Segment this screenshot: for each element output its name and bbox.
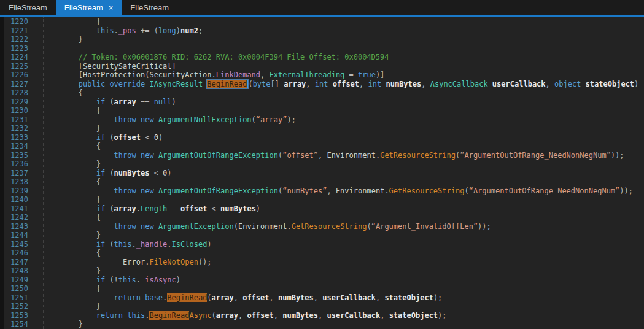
tab-bar: FileStreamFileStream×FileStream	[0, 0, 644, 17]
tab-filestream-1[interactable]: FileStream×	[56, 0, 122, 15]
line-number: 1238	[0, 177, 28, 187]
code-text: throw new ArgumentException(Environment.…	[28, 222, 644, 231]
code-text: }	[28, 320, 644, 329]
code-line[interactable]: 1230 {	[0, 106, 644, 115]
line-number: 1226	[0, 71, 28, 80]
line-number: 1246	[0, 249, 28, 258]
code-text: throw new ArgumentOutOfRangeException(“n…	[28, 187, 644, 196]
code-text: return this.BeginReadAsync(array, offset…	[28, 311, 644, 320]
code-text: if (!this._isAsync)	[28, 276, 644, 285]
line-number: 1244	[0, 231, 28, 240]
line-number: 1252	[0, 302, 28, 311]
line-number: 1245	[0, 240, 28, 249]
line-number: 1228	[0, 88, 28, 98]
line-number: 1239	[0, 187, 28, 196]
line-number: 1237	[0, 169, 28, 178]
line-number: 1253	[0, 311, 28, 320]
code-line[interactable]: 1231 throw new ArgumentNullException(“ar…	[0, 115, 644, 125]
close-icon[interactable]: ×	[109, 4, 114, 12]
search-highlight[interactable]: BeginRead	[167, 293, 207, 302]
line-number: 1249	[0, 276, 28, 285]
code-text: }	[28, 124, 644, 133]
code-line[interactable]: 1241 if (array.Length - offset < numByte…	[0, 204, 644, 214]
tab-filestream-2[interactable]: FileStream	[122, 0, 177, 15]
line-number: 1242	[0, 213, 28, 222]
line-number: 1254	[0, 320, 28, 329]
code-text: if (array.Length - offset < numBytes)	[28, 204, 644, 214]
line-number: 1232	[0, 124, 28, 133]
code-text: {	[28, 177, 644, 187]
code-text: }	[28, 195, 644, 204]
code-text: }	[28, 231, 644, 240]
code-line[interactable]: 1252 }	[0, 302, 644, 311]
code-line[interactable]: 1242 {	[0, 213, 644, 222]
search-highlight[interactable]: BeginRead	[149, 311, 189, 320]
code-text: }	[28, 302, 644, 311]
code-text: {	[28, 249, 644, 258]
line-number: 1250	[0, 284, 28, 293]
search-highlight-caret[interactable]: BeginRead	[207, 80, 248, 88]
code-line[interactable]: 1232 }	[0, 124, 644, 133]
code-line[interactable]: 1238 {	[0, 177, 644, 187]
code-line[interactable]: 1220 }	[0, 17, 644, 26]
code-line[interactable]: 1228 {	[0, 88, 644, 98]
line-number: 1233	[0, 133, 28, 142]
code-line[interactable]: 1240 }	[0, 195, 644, 204]
line-number: 1235	[0, 151, 28, 160]
code-line[interactable]: 1224 // Token: 0x06001876 RID: 6262 RVA:…	[0, 53, 644, 62]
code-line[interactable]: 1226 [HostProtection(SecurityAction.Link…	[0, 71, 644, 80]
code-line[interactable]: 1225 [SecuritySafeCritical]	[0, 62, 644, 71]
code-line[interactable]: 1248 }	[0, 266, 644, 276]
code-text: return base.BeginRead(array, offset, num…	[28, 293, 644, 303]
code-line[interactable]: 1243 throw new ArgumentException(Environ…	[0, 222, 644, 231]
code-text: {	[28, 142, 644, 151]
tab-filestream-0[interactable]: FileStream	[0, 0, 56, 15]
code-text: // Token: 0x06001876 RID: 6262 RVA: 0x00…	[28, 53, 644, 62]
code-text: this._pos += (long)num2;	[28, 26, 644, 36]
code-line[interactable]: 1227 public override IAsyncResult BeginR…	[0, 80, 644, 89]
code-line[interactable]: 1234 {	[0, 142, 644, 151]
line-number: 1243	[0, 222, 28, 231]
line-number: 1234	[0, 142, 28, 151]
code-line[interactable]: 1254 }	[0, 320, 644, 329]
tab-label: FileStream	[64, 3, 103, 12]
code-line[interactable]: 1245 if (this._handle.IsClosed)	[0, 240, 644, 249]
code-text: }	[28, 266, 644, 276]
line-number: 1241	[0, 204, 28, 214]
tab-label: FileStream	[130, 3, 169, 12]
line-number: 1223	[0, 44, 28, 53]
code-line[interactable]: 1235 throw new ArgumentOutOfRangeExcepti…	[0, 151, 644, 160]
code-line[interactable]: 1221 this._pos += (long)num2;	[0, 26, 644, 36]
line-number: 1220	[0, 17, 28, 26]
code-text	[28, 44, 644, 53]
line-number: 1229	[0, 98, 28, 107]
code-line[interactable]: 1251 return base.BeginRead(array, offset…	[0, 293, 644, 303]
code-line[interactable]: 1247 __Error.FileNotOpen();	[0, 258, 644, 267]
code-text: {	[28, 284, 644, 293]
code-text: {	[28, 88, 644, 98]
code-line[interactable]: 1246 {	[0, 249, 644, 258]
code-text: if (offset < 0)	[28, 133, 644, 142]
code-text: }	[28, 17, 644, 26]
member-separator	[43, 48, 644, 48]
code-line[interactable]: 1237 if (numBytes < 0)	[0, 169, 644, 178]
code-line[interactable]: 1229 if (array == null)	[0, 98, 644, 107]
line-number: 1222	[0, 35, 28, 44]
code-line[interactable]: 1222 }	[0, 35, 644, 44]
code-text: {	[28, 106, 644, 115]
line-number: 1224	[0, 53, 28, 62]
code-line[interactable]: 1244 }	[0, 231, 644, 240]
code-line[interactable]: 1253 return this.BeginReadAsync(array, o…	[0, 311, 644, 320]
code-text: if (numBytes < 0)	[28, 169, 644, 178]
code-text: public override IAsyncResult BeginRead(b…	[28, 80, 644, 89]
code-text: if (array == null)	[28, 98, 644, 107]
code-line[interactable]: 1250 {	[0, 284, 644, 293]
line-number: 1236	[0, 160, 28, 169]
code-line[interactable]: 1249 if (!this._isAsync)	[0, 276, 644, 285]
code-line[interactable]: 1239 throw new ArgumentOutOfRangeExcepti…	[0, 187, 644, 196]
code-text: [HostProtection(SecurityAction.LinkDeman…	[28, 71, 644, 80]
code-line[interactable]: 1233 if (offset < 0)	[0, 133, 644, 142]
code-editor[interactable]: 1220 }1221 this._pos += (long)num2;1222 …	[0, 17, 644, 329]
code-line[interactable]: 1236 }	[0, 160, 644, 169]
code-line[interactable]: 1223	[0, 44, 644, 53]
